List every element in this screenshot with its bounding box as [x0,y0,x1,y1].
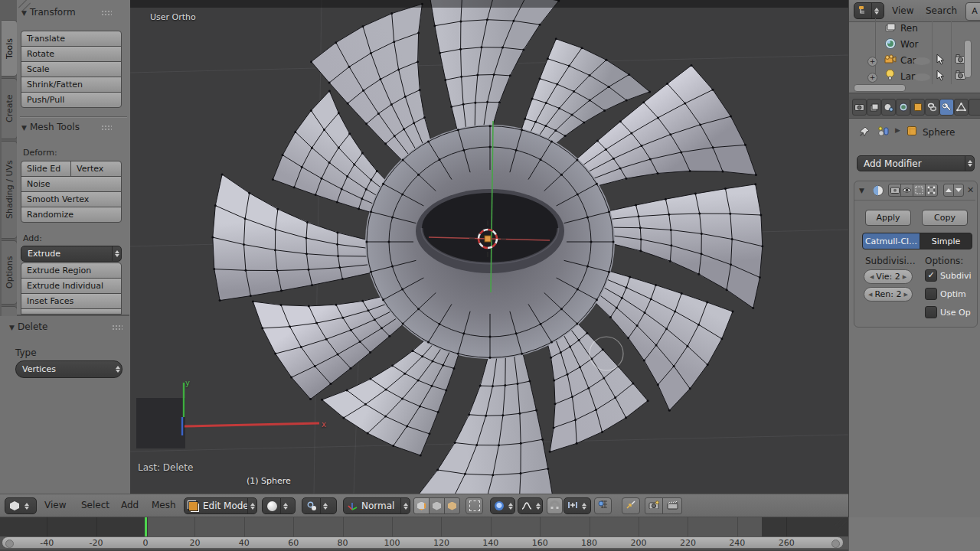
opengl-render-anim-button[interactable] [662,497,682,514]
panel-drag-handle-icon[interactable] [112,324,122,331]
delete-type-dropdown[interactable]: Vertices [15,360,122,378]
render-subdivisions-stepper[interactable]: ◀Ren: 2▶ [864,287,913,302]
menu-add[interactable]: Add [121,500,139,510]
smooth-vertex-button[interactable]: Smooth Vertex [21,191,122,207]
tab-clipped[interactable] [969,99,980,116]
tab-constraints[interactable] [925,99,939,116]
modifier-move-down-button[interactable] [953,184,964,197]
opengl-render-button[interactable] [645,497,663,514]
extrude-dropdown[interactable]: Extrude [21,246,122,262]
scrollbar-endcap[interactable] [5,540,14,548]
modifier-view-toggle[interactable] [900,184,913,197]
modifier-cage-toggle[interactable] [925,184,938,197]
shelf-tab-shading-uvs[interactable]: Shading / UVs [2,141,18,239]
inset-faces-button[interactable]: Inset Faces [21,293,122,309]
tab-modifiers[interactable] [939,99,954,116]
outliner-display-dropdown[interactable]: A [965,2,980,21]
snap-target-button[interactable] [594,497,612,514]
tab-render-layers[interactable] [867,99,881,116]
outliner-row-camera[interactable]: + Cam [849,53,980,69]
object-data-icon[interactable] [877,125,890,139]
panel-drag-handle-icon[interactable] [101,125,112,131]
push-pull-button[interactable]: Push/Pull [21,92,122,108]
slide-edge-button[interactable]: Slide Ed [21,161,71,177]
outliner-row-renderlayers[interactable]: Ren [849,21,980,37]
editor-type-dropdown[interactable] [5,497,37,514]
extrude-individual-button[interactable]: Extrude Individual [21,278,122,294]
mode-dropdown[interactable]: Edit Mode [184,497,257,514]
outliner-row-lamp[interactable]: + Lam [849,69,980,85]
stepper-right-icon[interactable]: ▶ [902,292,910,298]
outliner-menu-view[interactable]: View [892,5,913,16]
catmull-clark-toggle[interactable]: Catmull-Cl… [862,233,920,249]
randomize-button[interactable]: Randomize [21,207,122,223]
stepper-right-icon[interactable]: ▶ [900,274,909,280]
scrollbar-endcap[interactable] [831,540,840,548]
outliner-row-world[interactable]: Wor [849,37,980,53]
stepper-left-icon[interactable]: ◀ [866,292,874,298]
3d-viewport[interactable]: User Ortho Last: Delete (1) Sphere y x [130,0,848,494]
modifier-editmode-toggle[interactable] [913,184,926,197]
copy-button[interactable]: Copy [922,210,968,226]
cursor-arrow-icon[interactable] [935,70,945,84]
menu-view[interactable]: View [44,500,66,510]
expand-icon[interactable]: + [867,57,877,67]
outliner-menu-search[interactable]: Search [926,5,957,16]
outliner-vscrollbar[interactable] [964,40,972,78]
view-subdivisions-stepper[interactable]: ◀Vie: 2▶ [864,269,913,284]
rotate-button[interactable]: Rotate [21,46,122,62]
cursor-arrow-icon[interactable] [935,54,945,68]
snap-element-dropdown[interactable] [564,497,591,514]
pin-icon[interactable] [858,126,871,140]
scale-button[interactable]: Scale [21,61,122,77]
stepper-left-icon[interactable]: ◀ [867,274,876,280]
limit-selection-visible-button[interactable] [466,497,483,514]
turbine-mesh[interactable] [130,0,848,494]
expand-icon[interactable]: + [867,73,877,83]
timeline-scrollbar[interactable] [2,536,844,549]
pivot-point-dropdown[interactable] [302,497,337,514]
viewport-shading-dropdown[interactable] [262,497,296,514]
region-corner-widget[interactable] [835,518,845,529]
optimal-display-checkbox[interactable] [925,288,937,300]
snap-toggle-button[interactable] [547,497,563,514]
translate-button[interactable]: Translate [21,31,122,47]
menu-select[interactable]: Select [81,500,109,510]
face-select-mode-button[interactable] [444,497,460,514]
falloff-curve-dropdown[interactable] [518,497,543,514]
shrink-fatten-button[interactable]: Shrink/Fatten [21,77,122,93]
modifier-collapse-icon[interactable]: ▼ [859,187,864,194]
edge-select-mode-button[interactable] [429,497,445,514]
apply-button[interactable]: Apply [865,210,911,226]
tab-object-data[interactable] [954,99,969,116]
transform-orientation-dropdown[interactable]: Normal [343,497,410,514]
clipped-button[interactable] [21,308,122,315]
tab-world[interactable] [896,99,910,116]
tab-object[interactable] [910,99,925,116]
modifier-delete-icon[interactable]: ✕ [967,185,974,195]
vertex-select-mode-button[interactable] [413,497,430,514]
use-opensubdiv-checkbox[interactable] [925,306,937,318]
vertex-slide-button[interactable]: Vertex [70,161,122,177]
extrude-region-button[interactable]: Extrude Region [21,262,122,279]
simple-toggle[interactable]: Simple [920,233,972,249]
modifier-move-up-button[interactable] [943,184,954,197]
tab-render[interactable] [852,99,867,116]
shelf-tab-create[interactable]: Create [2,78,18,139]
delete-panel-header[interactable]: ▼Delete [9,321,115,334]
noise-button[interactable]: Noise [21,176,122,192]
add-modifier-dropdown[interactable]: Add Modifier [857,155,975,171]
stepper-arrows-icon[interactable] [112,246,121,261]
manipulate-centers-button[interactable] [622,497,640,514]
panel-drag-handle-icon[interactable] [101,10,112,16]
modifier-render-toggle[interactable] [888,184,901,197]
stepper-arrows-icon[interactable] [113,361,122,377]
outliner-editor-type-dropdown[interactable] [854,2,884,19]
tab-scene[interactable] [881,99,896,116]
breadcrumb-object-name[interactable]: Sphere [923,127,955,138]
subdivide-uvs-checkbox[interactable] [925,269,937,282]
shelf-tab-options[interactable]: Options [2,240,18,305]
outliner-hscrollbar[interactable] [854,84,906,92]
timeline-playhead[interactable] [145,517,147,536]
shelf-tab-tools[interactable]: Tools [2,20,18,77]
